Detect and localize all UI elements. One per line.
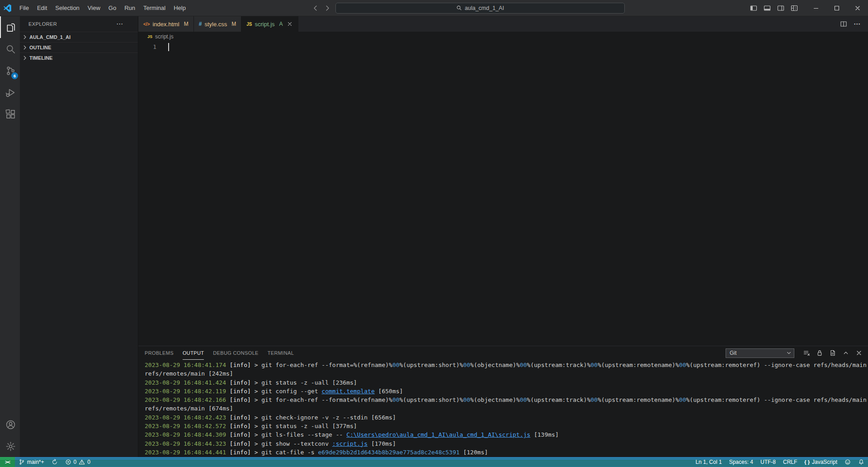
- status-text: CRLF: [783, 459, 797, 465]
- more-actions-icon[interactable]: ⋯: [854, 22, 861, 26]
- layout-customize-toggle[interactable]: [788, 0, 801, 16]
- lock-icon[interactable]: [816, 349, 823, 357]
- layout-sidebar-right-toggle[interactable]: [774, 0, 788, 16]
- output-segment: %(upstream:remotename)%: [598, 362, 679, 368]
- status-bar-left: ><main*+00: [0, 457, 94, 467]
- menu-edit[interactable]: Edit: [33, 0, 51, 16]
- editor-group: </>index.htmlM# style.cssMJSscript.jsA ⋯…: [138, 16, 868, 457]
- menu-go[interactable]: Go: [104, 0, 120, 16]
- output-segment: [170ms]: [368, 440, 396, 447]
- history-forward-button[interactable]: [324, 5, 331, 12]
- output-row: 2023-08-29 16:48:44.309 [info] > git ls-…: [145, 430, 866, 439]
- editor[interactable]: 1: [138, 42, 868, 346]
- output-row: 2023-08-29 16:48:42.119 [info] > git con…: [145, 387, 866, 396]
- output-segment: [info]: [230, 431, 255, 438]
- window-controls: [806, 0, 868, 16]
- layout-sidebar-toggle[interactable]: [747, 0, 760, 16]
- menu-selection[interactable]: Selection: [51, 0, 83, 16]
- activity-search[interactable]: [0, 38, 20, 60]
- chevron-up-icon[interactable]: [842, 349, 849, 357]
- output-channel-select[interactable]: Git: [726, 348, 794, 358]
- output-segment: > git status -z -uall [377ms]: [255, 423, 357, 429]
- output-segment: refs/remotes/main [242ms]: [145, 370, 233, 377]
- tab-index.html[interactable]: </>index.htmlM: [138, 16, 194, 32]
- clear-output-icon[interactable]: [803, 349, 810, 357]
- status-git-branch[interactable]: main*+: [15, 457, 48, 467]
- split-editor-icon[interactable]: [840, 20, 847, 28]
- output-row: 2023-08-29 16:48:44.323 [info] > git sho…: [145, 439, 866, 448]
- activity-extensions[interactable]: [0, 103, 20, 125]
- section-timeline[interactable]: TIMELINE: [20, 52, 138, 63]
- search-icon: [456, 5, 462, 11]
- scm-changes-badge: 6: [11, 72, 18, 79]
- maximize-window-button[interactable]: [826, 0, 847, 16]
- output-channel-label: Git: [730, 350, 736, 356]
- history-back-button[interactable]: [312, 5, 319, 12]
- status-remote-indicator[interactable]: ><: [0, 457, 15, 467]
- output-segment[interactable]: commit.template: [321, 388, 374, 395]
- status-language-mode[interactable]: { }JavaScript: [801, 457, 841, 467]
- tab-style.css[interactable]: # style.cssM: [194, 16, 242, 32]
- output-segment: > git ls-files --stage --: [255, 431, 347, 438]
- tab-close-button[interactable]: [287, 21, 293, 27]
- status-feedback[interactable]: [841, 457, 854, 467]
- status-problems[interactable]: 00: [61, 457, 94, 467]
- output-segment: 00: [520, 396, 527, 403]
- activity-settings[interactable]: [0, 435, 20, 457]
- output-segment: [info]: [230, 440, 255, 447]
- more-actions-icon[interactable]: ⋯: [116, 22, 123, 26]
- activity-source-control[interactable]: 6: [0, 60, 20, 81]
- activity-explorer[interactable]: [0, 16, 20, 38]
- sidebar-sections: AULA_CMD_1_AIOUTLINETIMELINE: [20, 32, 138, 63]
- status-encoding[interactable]: UTF-8: [757, 457, 779, 467]
- panel-tab-problems[interactable]: PROBLEMS: [145, 346, 174, 360]
- section-outline[interactable]: OUTLINE: [20, 42, 138, 52]
- output-log[interactable]: 2023-08-29 16:48:41.174 [info] > git for…: [138, 360, 868, 457]
- panel-tab-debug-console[interactable]: DEBUG CONSOLE: [213, 346, 259, 360]
- minimize-window-button[interactable]: [806, 0, 826, 16]
- output-segment: 2023-08-29 16:48:42.423: [145, 414, 230, 421]
- output-segment: 2023-08-29 16:48:41.174: [145, 362, 230, 368]
- output-file-icon[interactable]: [829, 349, 836, 357]
- menu-run[interactable]: Run: [120, 0, 139, 16]
- close-window-button[interactable]: [847, 0, 868, 16]
- menu-help[interactable]: Help: [170, 0, 190, 16]
- js-icon: JS: [246, 22, 252, 27]
- chevron-right-icon: [21, 44, 28, 51]
- line-number: 1: [138, 43, 156, 51]
- menu-file[interactable]: File: [15, 0, 33, 16]
- status-text: Ln 1, Col 1: [696, 459, 722, 465]
- activity-account[interactable]: [0, 414, 20, 435]
- output-segment: %(upstream:remoteref) --ignore-case refs…: [686, 396, 867, 403]
- output-segment: [info]: [230, 423, 255, 429]
- status-eol[interactable]: CRLF: [779, 457, 801, 467]
- panel-tab-output[interactable]: OUTPUT: [183, 346, 204, 360]
- output-segment: > git for-each-ref --format=%(refname)%: [255, 396, 392, 403]
- menu-view[interactable]: View: [84, 0, 104, 16]
- status-sync[interactable]: [48, 457, 61, 467]
- output-segment: %(upstream:remotename)%: [598, 396, 679, 403]
- tab-bar: </>index.htmlM# style.cssMJSscript.jsA ⋯: [138, 16, 868, 32]
- panel-tab-terminal[interactable]: TERMINAL: [268, 346, 294, 360]
- maximize-icon: [833, 5, 840, 12]
- close-icon[interactable]: [855, 349, 863, 357]
- status-cursor-position[interactable]: Ln 1, Col 1: [692, 457, 726, 467]
- output-segment[interactable]: C:\Users\pedro\aula_cmd_1_AI\aula_cmd_1_…: [346, 431, 530, 438]
- tab-script.js[interactable]: JSscript.jsA: [241, 16, 298, 32]
- command-center-search[interactable]: aula_cmd_1_AI: [335, 3, 625, 14]
- layout-panel-toggle[interactable]: [760, 0, 774, 16]
- output-segment: > git config --get: [255, 388, 322, 395]
- git-status-badge: M: [184, 21, 189, 27]
- status-indentation[interactable]: Spaces: 4: [726, 457, 757, 467]
- tabs: </>index.htmlM# style.cssMJSscript.jsA: [138, 16, 298, 32]
- js-icon: JS: [147, 34, 152, 39]
- output-segment[interactable]: :script.js: [332, 440, 368, 447]
- status-notifications[interactable]: [854, 457, 868, 467]
- menu-terminal[interactable]: Terminal: [139, 0, 170, 16]
- status-bar: ><main*+00 Ln 1, Col 1Spaces: 4UTF-8CRLF…: [0, 457, 868, 467]
- breadcrumb[interactable]: JS script.js: [138, 32, 868, 42]
- activity-run-and-debug[interactable]: [0, 81, 20, 103]
- section-aula_cmd_1_ai[interactable]: AULA_CMD_1_AI: [20, 32, 138, 42]
- feedback-icon: [844, 459, 851, 465]
- status-bar-right: Ln 1, Col 1Spaces: 4UTF-8CRLF{ }JavaScri…: [692, 457, 868, 467]
